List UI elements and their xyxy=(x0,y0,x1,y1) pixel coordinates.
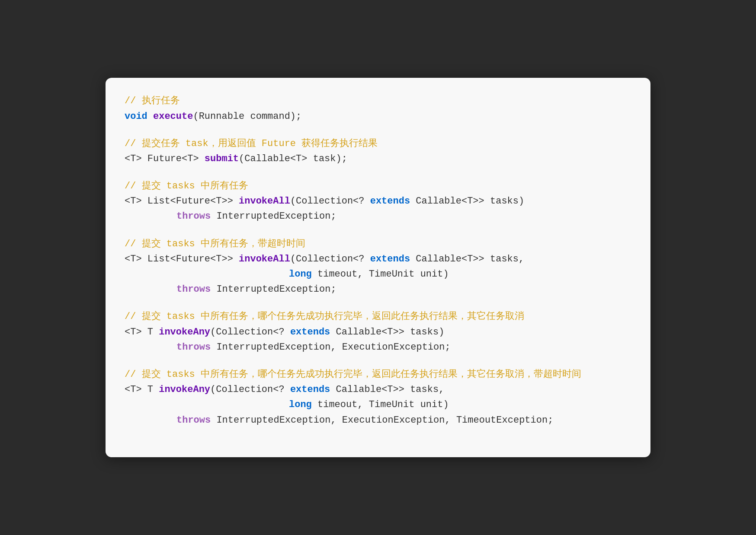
method-name-token-0-1: invokeAny xyxy=(159,384,210,395)
code-section-invokeAny2: // 提交 tasks 中所有任务，哪个任务先成功执行完毕，返回此任务执行结果，… xyxy=(125,367,631,428)
plain-token-2-1: InterruptedException, ExecutionException… xyxy=(211,415,553,426)
plain-token-1-1: InterruptedException; xyxy=(211,211,336,222)
plain-token-0-4: Callable<T>> tasks, xyxy=(410,254,524,264)
comment-line: // 提交 tasks 中所有任务，哪个任务先成功执行完毕，返回此任务执行结果，… xyxy=(125,367,631,382)
code-line: <T> T invokeAny(Collection<? extends Cal… xyxy=(125,382,631,397)
comment-text: // 提交 tasks 中所有任务，哪个任务先成功执行完毕，返回此任务执行结果，… xyxy=(125,311,524,322)
plain-token-0-2: (Collection<? xyxy=(290,196,370,207)
comment-text: // 提交任务 task，用返回值 Future 获得任务执行结果 xyxy=(125,138,378,149)
code-section-execute: // 执行任务void execute(Runnable command); xyxy=(125,93,631,124)
code-line: void execute(Runnable command); xyxy=(125,109,631,124)
code-section-invokeAny1: // 提交 tasks 中所有任务，哪个任务先成功执行完毕，返回此任务执行结果，… xyxy=(125,309,631,355)
keyword-extends-token-0-3: extends xyxy=(290,327,330,338)
code-section-invokeAll1: // 提交 tasks 中所有任务<T> List<Future<T>> inv… xyxy=(125,178,631,224)
keyword-throws-token-1-0: throws xyxy=(176,342,211,353)
comment-line: // 提交 tasks 中所有任务，哪个任务先成功执行完毕，返回此任务执行结果，… xyxy=(125,309,631,324)
plain-token-1-1: InterruptedException, ExecutionException… xyxy=(211,342,451,353)
plain-token-0-4: Callable<T>> tasks) xyxy=(410,196,524,207)
code-section-invokeAll2: // 提交 tasks 中所有任务，带超时时间<T> List<Future<T… xyxy=(125,236,631,297)
keyword-long-token-1-0: long xyxy=(289,269,312,280)
plain-token-0-0: <T> T xyxy=(125,327,159,338)
keyword-extends-token-0-3: extends xyxy=(370,254,410,264)
comment-line: // 提交 tasks 中所有任务，带超时时间 xyxy=(125,236,631,252)
method-name-token-0-1: invokeAll xyxy=(239,196,290,207)
code-card: // 执行任务void execute(Runnable command);//… xyxy=(106,78,650,457)
keyword-extends-token-0-3: extends xyxy=(370,196,410,207)
plain-token-0-2: (Callable<T> task); xyxy=(239,153,347,164)
comment-text: // 执行任务 xyxy=(125,96,180,106)
plain-token-2-1: InterruptedException; xyxy=(211,284,336,295)
keyword-throws-token-2-0: throws xyxy=(176,415,211,426)
plain-token-0-0: <T> List<Future<T>> xyxy=(125,196,239,207)
plain-token-0-4: Callable<T>> tasks, xyxy=(330,384,444,395)
keyword-throws-token-1-0: throws xyxy=(176,211,211,222)
keyword-long-token-1-0: long xyxy=(289,399,312,410)
keyword-throws-token-2-0: throws xyxy=(176,284,211,295)
code-block: // 执行任务void execute(Runnable command);//… xyxy=(125,93,631,427)
keyword-void-token-0-0: void xyxy=(125,111,147,122)
code-line: throws InterruptedException, ExecutionEx… xyxy=(125,413,631,428)
code-line: <T> List<Future<T>> invokeAll(Collection… xyxy=(125,194,631,209)
code-section-submit: // 提交任务 task，用返回值 Future 获得任务执行结果<T> Fut… xyxy=(125,136,631,166)
plain-token-0-0: <T> List<Future<T>> xyxy=(125,254,239,264)
plain-token-0-1 xyxy=(147,111,153,122)
code-line: long timeout, TimeUnit unit) xyxy=(125,267,631,282)
plain-token-1-1: timeout, TimeUnit unit) xyxy=(312,269,449,280)
method-name-token-0-1: invokeAll xyxy=(239,254,290,264)
code-line: <T> T invokeAny(Collection<? extends Cal… xyxy=(125,325,631,340)
code-line: long timeout, TimeUnit unit) xyxy=(125,397,631,412)
code-line: throws InterruptedException; xyxy=(125,282,631,297)
comment-text: // 提交 tasks 中所有任务，带超时时间 xyxy=(125,239,305,249)
code-line: <T> List<Future<T>> invokeAll(Collection… xyxy=(125,252,631,267)
code-line: throws InterruptedException; xyxy=(125,209,631,224)
comment-line: // 执行任务 xyxy=(125,93,631,108)
plain-token-0-0: <T> T xyxy=(125,384,159,395)
comment-text: // 提交 tasks 中所有任务 xyxy=(125,181,248,191)
plain-token-0-2: (Collection<? xyxy=(210,384,290,395)
plain-token-0-2: (Collection<? xyxy=(210,327,290,338)
method-name-token-0-2: execute xyxy=(153,111,193,122)
plain-token-0-4: Callable<T>> tasks) xyxy=(330,327,444,338)
comment-text: // 提交 tasks 中所有任务，哪个任务先成功执行完毕，返回此任务执行结果，… xyxy=(125,369,581,380)
method-name-token-0-1: submit xyxy=(205,153,239,164)
comment-line: // 提交任务 task，用返回值 Future 获得任务执行结果 xyxy=(125,136,631,151)
plain-token-0-0: <T> Future<T> xyxy=(125,153,205,164)
plain-token-0-3: (Runnable command); xyxy=(193,111,301,122)
keyword-extends-token-0-3: extends xyxy=(290,384,330,395)
plain-token-0-2: (Collection<? xyxy=(290,254,370,264)
code-line: throws InterruptedException, ExecutionEx… xyxy=(125,340,631,355)
comment-line: // 提交 tasks 中所有任务 xyxy=(125,178,631,194)
code-line: <T> Future<T> submit(Callable<T> task); xyxy=(125,151,631,166)
method-name-token-0-1: invokeAny xyxy=(159,327,210,338)
plain-token-1-1: timeout, TimeUnit unit) xyxy=(312,399,449,410)
